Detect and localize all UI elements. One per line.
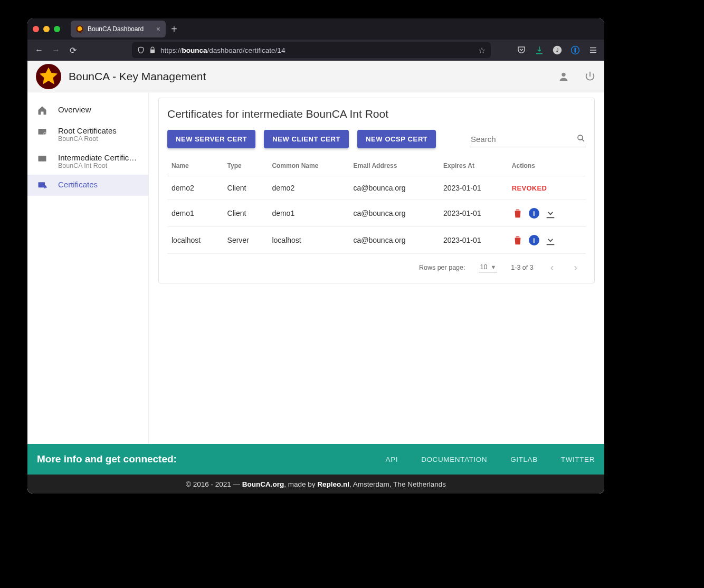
chevron-down-icon: ▼	[490, 264, 496, 270]
table-cell: ca@bounca.org	[349, 176, 439, 200]
next-page-button[interactable]: ›	[570, 261, 581, 273]
bookmark-star-icon[interactable]: ☆	[478, 45, 486, 55]
tab-close-icon[interactable]: ×	[156, 25, 160, 33]
new-client-cert-button[interactable]: NEW CLIENT CERT	[264, 130, 349, 148]
lock-icon	[149, 46, 156, 54]
user-icon[interactable]	[558, 71, 569, 82]
table-cell: Server	[223, 227, 268, 254]
table-row[interactable]: demo1Clientdemo1ca@bounca.org2023-01-01i	[167, 200, 586, 227]
table-cell: Client	[223, 200, 268, 227]
sidebar-item-label: Certificates	[58, 180, 98, 189]
table-cell: ca@bounca.org	[349, 227, 439, 254]
folder-icon	[37, 153, 47, 164]
column-header[interactable]: Expires At	[439, 156, 508, 176]
certificates-table: NameTypeCommon NameEmail AddressExpires …	[167, 156, 586, 254]
footer-link[interactable]: TWITTER	[561, 456, 595, 463]
table-cell: demo1	[167, 200, 223, 227]
browser-tab-bar: BounCA Dashboard × +	[27, 18, 604, 40]
downloads-icon[interactable]	[535, 45, 544, 55]
footer-connect: More info and get connected: APIDOCUMENT…	[27, 444, 604, 475]
browser-window: BounCA Dashboard × + ← → ⟳ https://bounc…	[27, 18, 604, 494]
app-header: BounCA - Key Management	[27, 61, 604, 92]
sidebar-item-certificates[interactable]: Certificates	[27, 175, 148, 196]
shield-icon	[137, 46, 145, 54]
sidebar-item-label: Root Certificates	[58, 126, 117, 135]
window-controls	[33, 26, 60, 32]
page-range: 1-3 of 3	[511, 264, 533, 271]
maximize-window-button[interactable]	[54, 26, 60, 32]
table-cell: 2023-01-01	[439, 227, 508, 254]
reload-button[interactable]: ⟳	[68, 45, 78, 55]
footer-copyright: © 2016 - 2021 — BounCA.org, made by Repl…	[27, 475, 604, 494]
svg-text:J: J	[556, 48, 559, 53]
app-body: Overview Root Certificates BounCA Root I…	[27, 92, 604, 444]
close-window-button[interactable]	[33, 26, 39, 32]
certificates-card: Certificates for intermediate BounCA Int…	[158, 98, 595, 283]
search-input[interactable]	[470, 131, 586, 147]
table-cell: ca@bounca.org	[349, 200, 439, 227]
browser-address-bar: ← → ⟳ https://bounca/dashboard/certifica…	[27, 40, 604, 61]
folder-gear-icon	[37, 126, 47, 137]
svg-point-7	[44, 133, 45, 135]
main-content: Certificates for intermediate BounCA Int…	[149, 92, 604, 444]
rows-per-page-select[interactable]: 10 ▼	[479, 262, 497, 272]
certificate-icon	[37, 180, 47, 191]
table-row[interactable]: demo2Clientdemo2ca@bounca.org2023-01-01R…	[167, 176, 586, 200]
new-tab-button[interactable]: +	[166, 24, 183, 34]
browser-tab[interactable]: BounCA Dashboard ×	[71, 21, 166, 37]
footer-headline: More info and get connected:	[37, 453, 177, 465]
card-title: Certificates for intermediate BounCA Int…	[167, 108, 586, 120]
forward-button[interactable]: →	[51, 45, 61, 55]
app-logo	[36, 64, 61, 89]
hamburger-menu-icon[interactable]	[588, 45, 598, 55]
footer-link[interactable]: GITLAB	[510, 456, 538, 463]
download-icon[interactable]	[545, 234, 556, 246]
actions-cell: i	[508, 227, 586, 254]
favicon-icon	[76, 25, 83, 33]
app-title: BounCA - Key Management	[69, 70, 206, 83]
table-cell: 2023-01-01	[439, 176, 508, 200]
power-icon[interactable]	[584, 71, 596, 82]
column-header[interactable]: Email Address	[349, 156, 439, 176]
info-icon[interactable]: i	[529, 208, 539, 219]
pagination: Rows per page: 10 ▼ 1-3 of 3 ‹ ›	[167, 254, 586, 273]
sidebar-item-root-certificates[interactable]: Root Certificates BounCA Root	[27, 121, 148, 148]
svg-point-4	[562, 72, 565, 76]
sidebar-item-sublabel: BounCA Int Root	[58, 162, 139, 169]
url-field[interactable]: https://bounca/dashboard/certificate/14 …	[132, 42, 491, 58]
footer-link[interactable]: DOCUMENTATION	[421, 456, 487, 463]
pocket-icon[interactable]	[517, 45, 526, 55]
extension-icon[interactable]	[570, 45, 580, 55]
table-cell: localhost	[268, 227, 349, 254]
revoked-label: REVOKED	[512, 184, 547, 192]
sidebar: Overview Root Certificates BounCA Root I…	[27, 92, 149, 444]
sidebar-item-sublabel: BounCA Root	[58, 135, 117, 143]
table-cell: demo2	[268, 176, 349, 200]
delete-icon[interactable]	[512, 207, 524, 219]
back-button[interactable]: ←	[34, 45, 44, 55]
account-icon[interactable]: J	[553, 45, 562, 55]
footer-link[interactable]: API	[386, 456, 398, 463]
card-toolbar: NEW SERVER CERT NEW CLIENT CERT NEW OCSP…	[167, 130, 586, 148]
table-cell: demo2	[167, 176, 223, 200]
column-header[interactable]: Name	[167, 156, 223, 176]
new-ocsp-cert-button[interactable]: NEW OCSP CERT	[357, 130, 436, 148]
delete-icon[interactable]	[512, 234, 524, 246]
prev-page-button[interactable]: ‹	[547, 261, 557, 273]
svg-rect-3	[575, 48, 576, 53]
column-header[interactable]: Actions	[508, 156, 586, 176]
table-row[interactable]: localhostServerlocalhostca@bounca.org202…	[167, 227, 586, 254]
sidebar-item-intermediate-certificates[interactable]: Intermediate Certifica… BounCA Int Root	[27, 148, 148, 175]
rows-per-page-label: Rows per page:	[419, 264, 465, 271]
svg-point-10	[578, 135, 583, 140]
table-cell: demo1	[268, 200, 349, 227]
download-icon[interactable]	[545, 207, 556, 219]
home-icon	[37, 105, 47, 116]
sidebar-item-overview[interactable]: Overview	[27, 100, 148, 121]
column-header[interactable]: Type	[223, 156, 268, 176]
info-icon[interactable]: i	[529, 235, 539, 245]
minimize-window-button[interactable]	[43, 26, 50, 32]
new-server-cert-button[interactable]: NEW SERVER CERT	[167, 130, 255, 148]
column-header[interactable]: Common Name	[268, 156, 349, 176]
search-icon	[576, 134, 586, 143]
